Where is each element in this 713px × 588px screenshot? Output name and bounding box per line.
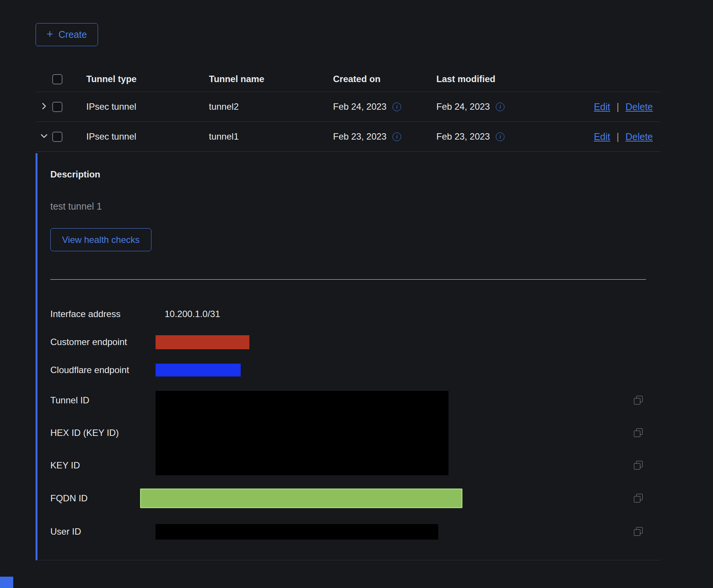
cell-last-modified: Feb 24, 2023 i bbox=[436, 101, 594, 112]
info-icon[interactable]: i bbox=[496, 132, 504, 141]
section-divider bbox=[50, 279, 646, 280]
create-button[interactable]: + Create bbox=[36, 23, 98, 46]
cell-created-on: Feb 24, 2023 i bbox=[333, 101, 436, 112]
select-all-checkbox[interactable] bbox=[52, 74, 62, 84]
edit-link[interactable]: Edit bbox=[594, 131, 610, 142]
row-actions: Edit | Delete bbox=[594, 131, 660, 142]
row-expander-cell bbox=[36, 130, 52, 143]
copy-tunnel-id-icon[interactable] bbox=[634, 396, 643, 405]
field-label-cloudflare-endpoint: Cloudflare endpoint bbox=[50, 365, 156, 375]
header-checkbox-cell bbox=[52, 74, 79, 84]
created-on-date: Feb 23, 2023 bbox=[333, 131, 386, 142]
customer-endpoint-value-cell bbox=[156, 335, 627, 349]
view-health-checks-button[interactable]: View health checks bbox=[50, 228, 151, 251]
cell-created-on: Feb 23, 2023 i bbox=[333, 131, 436, 142]
info-icon[interactable]: i bbox=[392, 103, 401, 111]
table-row: IPsec tunnel tunnel1 Feb 23, 2023 i Feb … bbox=[36, 122, 660, 152]
row-expander-cell bbox=[36, 100, 52, 114]
column-header-tunnel-type: Tunnel type bbox=[79, 74, 209, 84]
chevron-down-icon bbox=[40, 132, 48, 141]
delete-link[interactable]: Delete bbox=[626, 101, 653, 112]
description-value: test tunnel 1 bbox=[50, 201, 660, 212]
info-icon[interactable]: i bbox=[392, 132, 401, 141]
copy-user-id-icon[interactable] bbox=[634, 527, 643, 536]
last-modified-date: Feb 24, 2023 bbox=[436, 101, 490, 112]
description-label: Description bbox=[50, 169, 660, 180]
row-checkbox-cell bbox=[52, 102, 79, 112]
corner-artifact bbox=[0, 577, 13, 588]
cell-tunnel-name: tunnel2 bbox=[209, 101, 333, 112]
row-actions: Edit | Delete bbox=[594, 101, 660, 112]
table-row: IPsec tunnel tunnel2 Feb 24, 2023 i Feb … bbox=[36, 92, 660, 122]
delete-link[interactable]: Delete bbox=[626, 131, 653, 142]
redacted-customer-endpoint bbox=[156, 335, 249, 349]
row-checkbox-cell bbox=[52, 132, 79, 142]
field-label-tunnel-id: Tunnel ID bbox=[50, 395, 156, 406]
action-separator: | bbox=[616, 101, 619, 112]
field-label-hex-id: HEX ID (KEY ID) bbox=[50, 428, 156, 438]
action-separator: | bbox=[616, 131, 619, 142]
row-checkbox[interactable] bbox=[52, 132, 62, 142]
details-grid: Interface address 10.200.1.0/31 Customer… bbox=[50, 300, 643, 548]
field-label-interface-address: Interface address bbox=[50, 309, 156, 319]
cell-tunnel-name: tunnel1 bbox=[209, 131, 333, 142]
created-on-date: Feb 24, 2023 bbox=[333, 101, 386, 112]
expand-row-button[interactable] bbox=[37, 100, 51, 114]
cloudflare-endpoint-value-cell bbox=[156, 364, 627, 376]
plus-icon: + bbox=[47, 28, 53, 40]
collapse-row-button[interactable] bbox=[37, 130, 51, 143]
copy-hex-id-icon[interactable] bbox=[634, 428, 643, 437]
cell-tunnel-type: IPsec tunnel bbox=[79, 131, 209, 142]
copy-fqdn-id-icon[interactable] bbox=[634, 494, 643, 503]
info-icon[interactable]: i bbox=[496, 103, 504, 111]
chevron-right-icon bbox=[40, 103, 48, 111]
cell-last-modified: Feb 23, 2023 i bbox=[436, 131, 594, 142]
field-label-customer-endpoint: Customer endpoint bbox=[50, 337, 156, 347]
create-button-label: Create bbox=[59, 29, 87, 40]
redacted-tunnel-id-block bbox=[156, 391, 448, 475]
row-checkbox[interactable] bbox=[52, 102, 62, 112]
interface-address-value: 10.200.1.0/31 bbox=[156, 309, 627, 319]
table-header: Tunnel type Tunnel name Created on Last … bbox=[36, 67, 660, 92]
expanded-panel: Description test tunnel 1 View health ch… bbox=[36, 153, 660, 560]
edit-link[interactable]: Edit bbox=[594, 101, 610, 112]
redacted-fqdn-id bbox=[140, 488, 462, 508]
tunnels-table: Tunnel type Tunnel name Created on Last … bbox=[36, 67, 660, 152]
field-label-user-id: User ID bbox=[50, 526, 156, 537]
redacted-user-id bbox=[156, 524, 438, 540]
column-header-created-on: Created on bbox=[333, 74, 436, 84]
field-label-key-id: KEY ID bbox=[50, 460, 156, 471]
column-header-last-modified: Last modified bbox=[436, 74, 653, 84]
user-id-value-cell bbox=[156, 524, 627, 540]
fqdn-id-value-cell bbox=[156, 488, 627, 508]
page: + Create Tunnel type Tunnel name Created… bbox=[0, 0, 713, 588]
copy-key-id-icon[interactable] bbox=[634, 461, 643, 470]
last-modified-date: Feb 23, 2023 bbox=[436, 131, 490, 142]
column-header-tunnel-name: Tunnel name bbox=[209, 74, 333, 84]
redacted-cloudflare-endpoint bbox=[156, 364, 241, 376]
cell-tunnel-type: IPsec tunnel bbox=[79, 101, 209, 112]
